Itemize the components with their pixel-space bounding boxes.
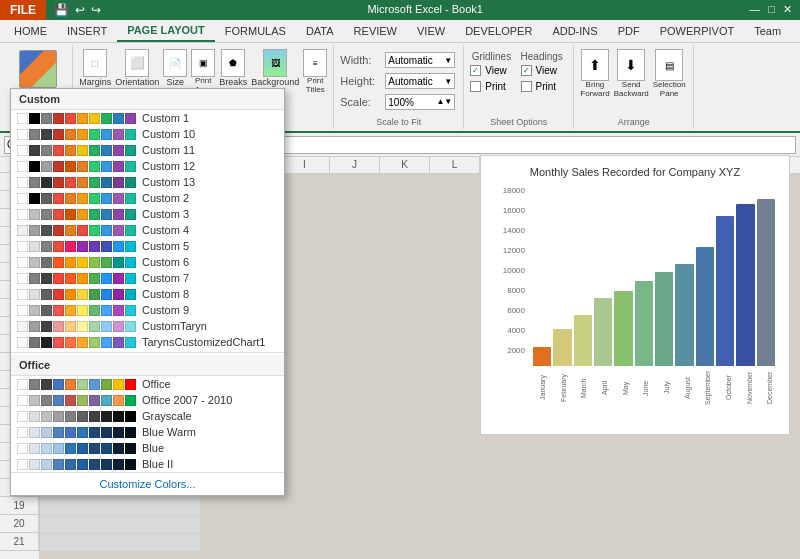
- scale-input[interactable]: 100% ▲▼: [385, 94, 455, 110]
- color-swatch: [89, 193, 100, 204]
- background-btn[interactable]: 🖼 Background: [251, 49, 299, 87]
- x-axis-label: May: [616, 368, 635, 408]
- dropdown-item[interactable]: Blue II: [11, 456, 284, 472]
- tab-pdf[interactable]: PDF: [608, 21, 650, 41]
- chart-y-axis: 1800016000140001200010000800060004000200…: [491, 186, 529, 366]
- color-swatch: [17, 209, 28, 220]
- dropdown-item[interactable]: CustomTaryn: [11, 318, 284, 334]
- color-swatch: [53, 161, 64, 172]
- gridlines-view-checkbox[interactable]: [470, 65, 481, 76]
- maximize-btn[interactable]: □: [768, 3, 775, 17]
- color-swatch: [113, 209, 124, 220]
- undo-icon[interactable]: ↩: [75, 3, 85, 17]
- headings-print-label: Print: [536, 81, 557, 92]
- dropdown-item[interactable]: Office 2007 - 2010: [11, 392, 284, 408]
- dropdown-item[interactable]: Custom 1: [11, 110, 284, 126]
- tab-add-ins[interactable]: ADD-INS: [542, 21, 607, 41]
- dropdown-item[interactable]: Custom 5: [11, 238, 284, 254]
- tab-powerpivot[interactable]: POWERPIVOT: [650, 21, 745, 41]
- dropdown-item[interactable]: Custom 9: [11, 302, 284, 318]
- customize-colors-btn[interactable]: Customize Colors...: [11, 472, 284, 495]
- tab-formulas[interactable]: FORMULAS: [215, 21, 296, 41]
- dropdown-item[interactable]: Blue Warm: [11, 424, 284, 440]
- orientation-btn[interactable]: ⬜ Orientation: [115, 49, 159, 87]
- breaks-btn[interactable]: ⬟ Breaks: [219, 49, 247, 87]
- tab-insert[interactable]: INSERT: [57, 21, 117, 41]
- dropdown-item[interactable]: Custom 4: [11, 222, 284, 238]
- color-swatch: [101, 241, 112, 252]
- color-swatch: [65, 459, 76, 470]
- margins-btn[interactable]: ⬚ Margins: [79, 49, 111, 87]
- dropdown-item[interactable]: Custom 11: [11, 142, 284, 158]
- color-swatch: [89, 395, 100, 406]
- height-input[interactable]: Automatic ▼: [385, 73, 455, 89]
- tab-data[interactable]: DATA: [296, 21, 344, 41]
- tab-view[interactable]: VIEW: [407, 21, 455, 41]
- headings-view-label: View: [536, 65, 558, 76]
- headings-header: Headings: [521, 51, 563, 62]
- dropdown-item[interactable]: Custom 10: [11, 126, 284, 142]
- dropdown-item[interactable]: Custom 6: [11, 254, 284, 270]
- row-number-20: 20: [0, 515, 39, 533]
- send-backward-btn[interactable]: ⬇ SendBackward: [614, 49, 649, 99]
- item-label: Custom 4: [142, 224, 189, 236]
- dropdown-item[interactable]: Custom 3: [11, 206, 284, 222]
- redo-icon[interactable]: ↪: [91, 3, 101, 17]
- print-titles-btn[interactable]: ≡ PrintTitles: [303, 49, 327, 95]
- file-tab[interactable]: FILE: [0, 0, 46, 20]
- color-swatch: [77, 193, 88, 204]
- color-swatch: [29, 337, 40, 348]
- color-swatch: [125, 241, 136, 252]
- width-input[interactable]: Automatic ▼: [385, 52, 455, 68]
- color-swatch: [41, 305, 52, 316]
- chart-x-labels: JanuaryFebruaryMarchAprilMayJuneJulyAugu…: [491, 368, 779, 408]
- color-swatch: [65, 177, 76, 188]
- color-swatch: [17, 411, 28, 422]
- bring-forward-btn[interactable]: ⬆ BringForward: [580, 49, 609, 99]
- colors-dropdown: Custom Custom 1Custom 10Custom 11Custom …: [10, 88, 285, 496]
- swatch-row: [17, 427, 136, 438]
- color-swatch: [17, 459, 28, 470]
- dropdown-item[interactable]: Custom 2: [11, 190, 284, 206]
- color-swatch: [101, 427, 112, 438]
- tab-review[interactable]: REVIEW: [344, 21, 407, 41]
- color-swatch: [17, 273, 28, 284]
- tab-home[interactable]: HOME: [4, 21, 57, 41]
- color-swatch: [65, 225, 76, 236]
- dropdown-item[interactable]: Custom 12: [11, 158, 284, 174]
- tab-page-layout[interactable]: PAGE LAYOUT: [117, 20, 215, 42]
- dropdown-item[interactable]: TarynsCustomizedChart1: [11, 334, 284, 350]
- size-btn[interactable]: 📄 Size: [163, 49, 187, 87]
- color-swatch: [125, 113, 136, 124]
- color-swatch: [89, 145, 100, 156]
- dropdown-item[interactable]: Office: [11, 376, 284, 392]
- gridlines-print-checkbox[interactable]: [470, 81, 481, 92]
- item-label: Custom 2: [142, 192, 189, 204]
- color-swatch: [125, 273, 136, 284]
- minimize-btn[interactable]: —: [749, 3, 760, 17]
- grid-row: [40, 534, 530, 552]
- tab-developer[interactable]: DEVELOPER: [455, 21, 542, 41]
- color-swatch: [17, 193, 28, 204]
- dropdown-item[interactable]: Custom 13: [11, 174, 284, 190]
- dropdown-item[interactable]: Grayscale: [11, 408, 284, 424]
- color-swatch: [89, 337, 100, 348]
- chart-bar-7: [675, 264, 693, 366]
- color-swatch: [53, 193, 64, 204]
- color-swatch: [113, 177, 124, 188]
- color-swatch: [113, 379, 124, 390]
- dropdown-item[interactable]: Custom 8: [11, 286, 284, 302]
- color-swatch: [29, 161, 40, 172]
- dropdown-item[interactable]: Custom 7: [11, 270, 284, 286]
- swatch-row: [17, 443, 136, 454]
- color-swatch: [125, 337, 136, 348]
- headings-print-checkbox[interactable]: [521, 81, 532, 92]
- close-btn[interactable]: ✕: [783, 3, 792, 17]
- chart-bar-11: [757, 199, 775, 366]
- headings-view-checkbox[interactable]: [521, 65, 532, 76]
- y-axis-label: 6000: [491, 306, 525, 315]
- dropdown-item[interactable]: Blue: [11, 440, 284, 456]
- selection-pane-btn[interactable]: ▤ SelectionPane: [653, 49, 686, 99]
- save-icon[interactable]: 💾: [54, 3, 69, 17]
- tab-team[interactable]: Team: [744, 21, 791, 41]
